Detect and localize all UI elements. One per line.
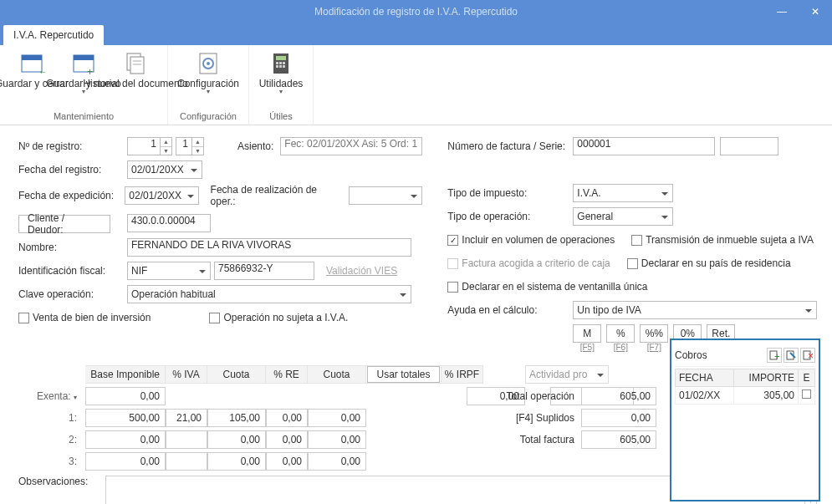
title-bar: Modificación de registro de I.V.A. Reper…: [0, 0, 832, 23]
chevron-down-icon: ▾: [207, 88, 210, 95]
total-fac-label: Total factura: [481, 434, 581, 445]
tab-iva-repercutido[interactable]: I.V.A. Repercutido: [3, 25, 104, 45]
r2-cuota2[interactable]: 0,00: [308, 430, 366, 449]
serie-input[interactable]: [720, 137, 778, 155]
ribbon-group-maint-label: Mantenimiento: [7, 111, 161, 123]
asiento-value: Fec: 02/01/20XX Asi: 5 Ord: 1: [280, 137, 422, 155]
r3-cuota2[interactable]: 0,00: [308, 452, 366, 471]
r3-re[interactable]: 0,00: [266, 452, 308, 471]
cliente-input[interactable]: 430.0.0.00004: [127, 214, 211, 232]
r2-re[interactable]: 0,00: [266, 430, 308, 449]
svg-text:←: ←: [38, 66, 45, 77]
svg-line-24: [790, 353, 795, 358]
window-title: Modificación de registro de I.V.A. Reper…: [314, 6, 518, 18]
utilities-button[interactable]: Utilidades ▾: [256, 48, 306, 95]
cobros-row[interactable]: 01/02/XX305,00: [676, 387, 815, 405]
nreg-label: Nº de registro:: [18, 140, 127, 152]
total-op-value: 605,00: [581, 387, 656, 405]
tipo-imp-label: Tipo de impuesto:: [447, 187, 573, 199]
cobros-add-button[interactable]: +: [767, 348, 782, 363]
clave-select[interactable]: Operación habitual: [127, 285, 411, 303]
fecha-oper-label: Fecha de realización de oper.:: [211, 184, 342, 207]
r1-iva[interactable]: 21,00: [166, 409, 207, 427]
svg-text:+: +: [774, 351, 779, 360]
svg-text:+: +: [87, 66, 93, 77]
ayuda-select[interactable]: Un tipo de IVA: [573, 301, 817, 319]
minimize-button[interactable]: —: [765, 0, 799, 23]
suplidos-value[interactable]: 0,00: [581, 409, 656, 427]
nfact-label: Número de factura / Serie:: [447, 140, 573, 152]
obs-label: Observaciones:: [18, 476, 105, 487]
cobros-table: FECHAIMPORTEE 01/02/XX305,00: [675, 369, 815, 405]
cliente-deudor-button[interactable]: Cliente / Deudor:: [18, 215, 110, 233]
tipo-op-select[interactable]: General: [573, 207, 673, 226]
chk-volumen[interactable]: ✓Incluir en volumen de operaciones: [447, 234, 615, 246]
svg-rect-18: [276, 65, 278, 68]
chk-ventanilla[interactable]: Declarar en el sistema de ventanilla úni…: [447, 281, 647, 293]
idfiscal-input[interactable]: 75866932-Y: [214, 262, 314, 280]
tab-strip: I.V.A. Repercutido: [0, 23, 832, 45]
help-pctpct-button[interactable]: %%: [640, 324, 668, 343]
chk-no-sujeta[interactable]: Operación no sujeta a I.V.A.: [209, 312, 348, 323]
tipo-imp-select[interactable]: I.V.A.: [573, 184, 673, 202]
ribbon-group-config-label: Configuración: [175, 111, 242, 123]
r1-base[interactable]: 500,00: [85, 409, 166, 427]
fecha-exp-input[interactable]: 02/01/20XX: [125, 186, 198, 205]
r2-base[interactable]: 0,00: [85, 430, 166, 449]
help-pct-button[interactable]: %: [606, 324, 635, 343]
r3-iva[interactable]: [166, 452, 207, 471]
nfact-input[interactable]: 000001: [573, 137, 715, 155]
save-new-icon: +: [70, 50, 97, 77]
exenta-base[interactable]: 0,00: [85, 387, 166, 405]
svg-rect-4: [74, 55, 94, 60]
r2-cuota[interactable]: 0,00: [207, 430, 266, 449]
r3-cuota[interactable]: 0,00: [207, 452, 266, 471]
suplidos-label[interactable]: [F4] Suplidos: [481, 412, 581, 424]
svg-rect-17: [283, 62, 285, 64]
svg-rect-19: [279, 65, 282, 68]
vies-link[interactable]: Validación VIES: [326, 265, 397, 277]
chk-venta-inversion[interactable]: Venta de bien de inversión: [18, 312, 151, 323]
gear-icon: [195, 50, 222, 77]
ayuda-label: Ayuda en el cálculo:: [447, 304, 573, 316]
idfiscal-tipo-select[interactable]: NIF: [127, 262, 211, 280]
svg-rect-15: [276, 62, 278, 64]
cobros-edit-button[interactable]: [784, 348, 799, 363]
fecha-reg-input[interactable]: 02/01/20XX: [127, 160, 202, 179]
r3-base[interactable]: 0,00: [85, 452, 166, 471]
r2-iva[interactable]: [166, 430, 207, 449]
asiento-label: Asiento:: [237, 140, 273, 152]
chk-transmision[interactable]: Transmisión de inmueble sujeta a IVA: [631, 234, 814, 246]
total-op-label: Total operación: [481, 390, 581, 402]
svg-point-12: [207, 62, 210, 65]
tipo-op-label: Tipo de operación:: [447, 211, 573, 222]
idfiscal-label: Identificación fiscal:: [18, 265, 127, 277]
chk-pais[interactable]: Declarar en su país de residencia: [627, 257, 791, 269]
history-button[interactable]: Historial del documento: [110, 48, 161, 95]
calculator-icon: [268, 50, 294, 77]
r1-re[interactable]: 0,00: [266, 409, 308, 427]
chk-caja: Factura acogida a criterio de caja: [447, 257, 610, 269]
total-fac-value: 605,00: [581, 430, 656, 449]
nombre-input[interactable]: FERNANDO DE LA RIVA VIVORAS: [127, 238, 411, 257]
exenta-label: Exenta: ▾: [18, 390, 85, 402]
r1-cuota2[interactable]: 0,00: [308, 409, 366, 427]
fecha-reg-label: Fecha del registro:: [18, 164, 127, 176]
r1-cuota[interactable]: 105,00: [207, 409, 266, 427]
save-close-icon: ←: [18, 50, 45, 77]
svg-rect-1: [22, 55, 42, 60]
cobros-delete-button[interactable]: ×: [800, 348, 815, 363]
svg-rect-16: [279, 62, 282, 64]
usar-totales-button[interactable]: Usar totales: [367, 366, 439, 383]
ribbon: ← Guardar y cerrar + Guardar y nuevo ▾ H…: [0, 45, 832, 125]
actividad-select[interactable]: Actividad pro: [526, 366, 608, 383]
cobros-panel: Cobros + × FECHAIMPORTEE 01/02/XX305,00: [670, 339, 820, 501]
nombre-label: Nombre:: [18, 242, 127, 253]
help-m-button[interactable]: M: [573, 324, 601, 343]
svg-rect-7: [130, 57, 144, 74]
fecha-oper-input[interactable]: [349, 186, 422, 205]
svg-rect-20: [283, 65, 285, 68]
nreg-b-input[interactable]: 1: [176, 137, 192, 155]
nreg-a-input[interactable]: 1: [127, 137, 161, 155]
close-button[interactable]: ✕: [799, 0, 832, 23]
